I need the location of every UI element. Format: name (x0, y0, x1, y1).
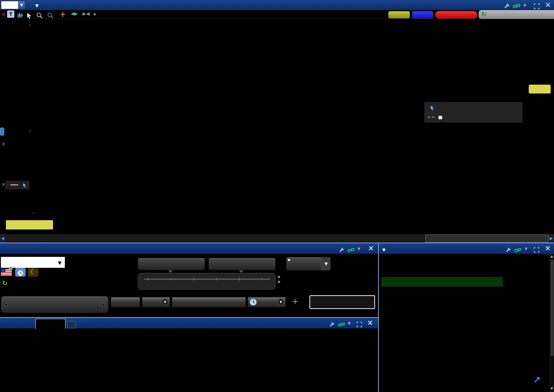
scroll-right-icon[interactable]: ▶ (549, 234, 554, 243)
add-tab-button[interactable] (67, 321, 76, 328)
chart-legend: ■ (424, 102, 522, 123)
toggle-dot-left (5, 303, 8, 306)
scroll-down-icon[interactable]: ▼ (551, 387, 553, 390)
buy-sell-toggle-button[interactable] (1, 296, 109, 313)
cursor-icon (430, 105, 435, 111)
time-axis[interactable] (0, 219, 554, 233)
chevron-down-icon[interactable]: ▼ (348, 321, 351, 325)
tab-trades[interactable] (35, 319, 66, 329)
price-slider[interactable] (138, 273, 276, 290)
spinner-up-icon[interactable]: ▲ (277, 275, 280, 278)
link-icon[interactable] (514, 245, 521, 253)
snapshot-row[interactable]: ↻ (2, 279, 9, 287)
remove-study-icon[interactable]: × (28, 23, 32, 27)
chevron-down-icon: ▼ (58, 260, 61, 266)
order-type-select[interactable]: ▼ (142, 297, 170, 307)
link-icon[interactable] (338, 320, 345, 328)
chevron-down-icon[interactable]: ▼ (357, 247, 360, 251)
activity-panel: ▼ × (0, 318, 378, 392)
add-condition-icon[interactable]: + (292, 296, 298, 306)
scroll-up-icon[interactable]: ▲ (551, 255, 553, 258)
time-cursor-tag (6, 220, 53, 229)
limit-price-field[interactable] (172, 297, 246, 307)
close-icon[interactable]: × (545, 244, 551, 252)
refresh-icon: ↻ (2, 279, 8, 287)
quote-symbol-dropdown[interactable]: ▼ (382, 245, 386, 253)
rsi-pane-header (5, 181, 29, 189)
remove-study-icon[interactable]: × (32, 211, 35, 215)
rsi-line-sample (11, 184, 18, 186)
dashed-line-sample (428, 116, 436, 118)
popout-arrow-icon[interactable]: ↗ (533, 375, 541, 385)
toggle-dot-right (102, 303, 105, 306)
clock-icon (15, 268, 26, 277)
tif-select[interactable]: ▼ (248, 297, 286, 307)
activity-panel-header: ▼ × (0, 318, 378, 328)
order-panel-header: ▼ × (0, 243, 378, 254)
chevron-down-icon[interactable]: ▼ (162, 299, 168, 305)
moon-icon: ☾ (28, 268, 38, 277)
spinner-down-icon[interactable]: ▼ (277, 280, 280, 284)
last-price-tag (529, 85, 551, 93)
quote-scrollbar[interactable]: ▲ ▼ (550, 254, 554, 392)
market-open-indicator (9, 267, 13, 270)
close-volume-pane-icon[interactable]: × (1, 141, 6, 146)
close-icon[interactable]: × (367, 318, 373, 327)
close-icon[interactable]: × (368, 244, 374, 252)
quote-panel-header: ▼ ▼ × (379, 243, 554, 254)
maximize-icon[interactable] (534, 245, 539, 253)
square-marker-icon: ■ (438, 115, 442, 120)
clock-icon (249, 298, 257, 306)
remove-study-icon[interactable]: × (28, 129, 32, 133)
maximize-icon[interactable] (357, 320, 362, 328)
quantity-field[interactable] (111, 297, 140, 307)
algo-indicator-dot (288, 259, 290, 261)
chevron-down-icon[interactable]: ▼ (321, 257, 330, 270)
bid-price-button[interactable] (138, 258, 205, 270)
link-icon[interactable] (348, 245, 354, 253)
pane-drag-handle[interactable] (0, 128, 4, 136)
algo-select[interactable]: ▼ (286, 257, 331, 271)
scroll-left-icon[interactable]: ◀ (0, 234, 5, 243)
submit-order-button[interactable] (309, 295, 375, 309)
quote-panel: ▼ ▼ × ↗ ▲ ▼ (379, 243, 554, 392)
wrench-icon[interactable] (338, 245, 344, 253)
wrench-icon[interactable] (505, 245, 511, 253)
order-entry-panel: ▼ × ▼ ☾ ↻ (0, 243, 378, 317)
change-badge (381, 277, 503, 287)
scrollbar-thumb[interactable] (551, 260, 554, 356)
chevron-down-icon[interactable]: ▼ (525, 247, 527, 251)
trading-workstation: ▼ ▼ ▼ × × T + ◀▶ ▶◀ ▼ ↻ × (0, 0, 554, 392)
ask-price-button[interactable] (208, 258, 276, 270)
cursor-icon (23, 183, 27, 188)
chart-scrollbar[interactable]: ◀ ▶ (0, 234, 554, 243)
scrollbar-thumb[interactable] (425, 235, 549, 243)
chevron-down-icon[interactable]: ▼ (277, 299, 284, 305)
wrench-icon[interactable] (329, 320, 335, 328)
